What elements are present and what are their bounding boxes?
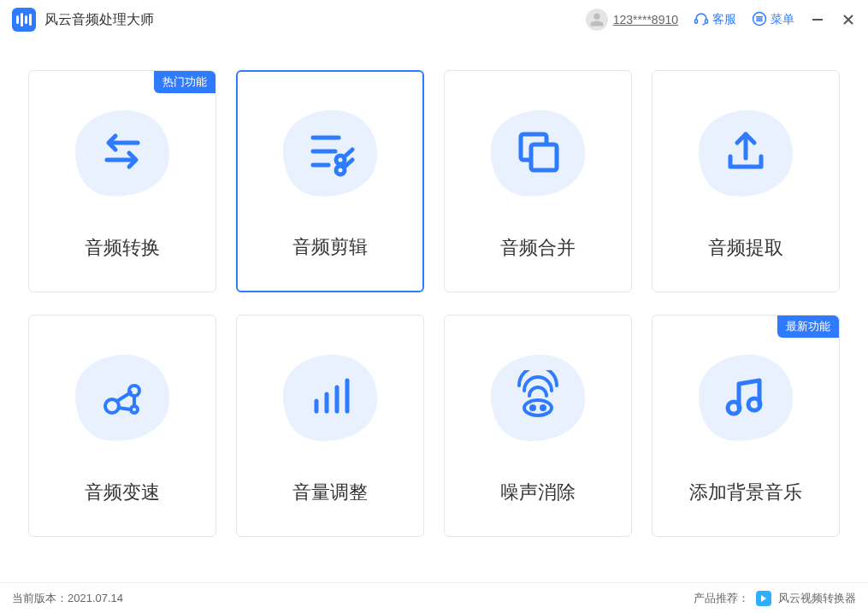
support-label: 客服: [712, 12, 736, 27]
user-account[interactable]: 123****8910: [586, 9, 678, 31]
card-noise-remove[interactable]: 噪声消除: [444, 315, 632, 537]
merge-icon: [512, 126, 564, 180]
status-bar: 当前版本： 2021.07.14 产品推荐： 风云视频转换器: [0, 582, 868, 613]
card-label: 音量调整: [292, 480, 368, 536]
svg-rect-17: [531, 144, 557, 170]
svg-line-23: [119, 408, 131, 410]
cut-icon: [304, 126, 356, 180]
svg-point-32: [748, 398, 760, 410]
app-logo: [12, 8, 36, 32]
avatar-icon: [586, 9, 608, 31]
new-badge: 最新功能: [777, 315, 839, 338]
card-label: 音频变速: [85, 480, 160, 536]
card-audio-merge[interactable]: 音频合并: [444, 70, 632, 292]
noise-icon: [512, 370, 564, 425]
music-icon: [720, 370, 771, 425]
speed-icon: [97, 370, 148, 425]
app-title: 风云音频处理大师: [44, 11, 154, 29]
card-label: 音频剪辑: [292, 234, 368, 291]
svg-point-28: [524, 400, 552, 416]
version-value: 2021.07.14: [68, 592, 123, 604]
recommend-label: 产品推荐：: [694, 591, 749, 606]
card-add-bgm[interactable]: 最新功能 添加背景音乐: [652, 315, 840, 537]
svg-line-21: [117, 392, 131, 401]
svg-point-31: [728, 402, 740, 414]
card-label: 音频转换: [85, 235, 160, 292]
recommend-app-name[interactable]: 风云视频转换器: [778, 591, 856, 606]
svg-rect-0: [695, 19, 698, 23]
support-button[interactable]: 客服: [694, 11, 736, 29]
version-label: 当前版本：: [12, 591, 68, 606]
menu-icon: [752, 11, 767, 29]
recommend-app-icon: [756, 591, 771, 606]
convert-icon: [97, 126, 148, 180]
card-audio-edit[interactable]: 音频剪辑: [236, 70, 424, 292]
username-label: 123****8910: [613, 13, 678, 27]
svg-line-14: [344, 150, 352, 157]
close-button[interactable]: [841, 12, 856, 27]
headset-icon: [694, 11, 709, 29]
feature-grid: 热门功能 音频转换: [29, 70, 839, 537]
card-label: 添加背景音乐: [689, 480, 802, 536]
svg-point-29: [531, 406, 534, 410]
card-audio-speed[interactable]: 音频变速: [28, 315, 216, 537]
main-content: 热门功能 音频转换: [0, 39, 868, 537]
svg-rect-1: [706, 19, 708, 23]
card-audio-extract[interactable]: 音频提取: [652, 70, 840, 292]
volume-icon: [304, 370, 356, 425]
card-audio-convert[interactable]: 热门功能 音频转换: [28, 70, 216, 292]
title-bar: 风云音频处理大师 123****8910 客服 菜单: [0, 0, 868, 39]
card-volume-adjust[interactable]: 音量调整: [236, 315, 424, 537]
hot-badge: 热门功能: [154, 71, 216, 93]
menu-button[interactable]: 菜单: [752, 11, 794, 29]
card-label: 音频提取: [708, 235, 783, 292]
menu-label: 菜单: [771, 12, 794, 27]
extract-icon: [720, 126, 771, 180]
svg-point-30: [541, 406, 545, 410]
card-label: 音频合并: [500, 235, 576, 292]
card-label: 噪声消除: [500, 480, 576, 536]
minimize-button[interactable]: [810, 12, 825, 27]
